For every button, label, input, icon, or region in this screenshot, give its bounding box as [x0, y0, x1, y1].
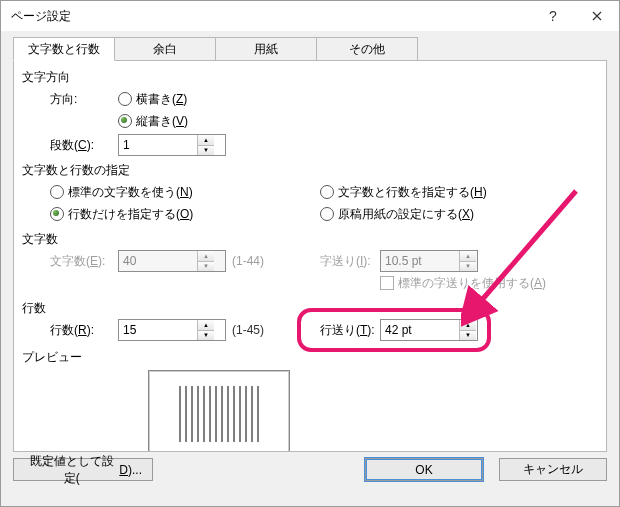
radio-lines-only-label: 行数だけを指定する(O) [68, 206, 193, 223]
direction-label: 方向: [50, 91, 118, 108]
checkbox-std-pitch [380, 276, 394, 290]
spinner-arrows[interactable]: ▲▼ [197, 135, 214, 155]
tab-content: 文字方向 方向: 横書き(Z) 縦書き(V) 段数(C): ▲▼ [13, 60, 607, 452]
radio-lines-only[interactable] [50, 207, 64, 221]
page-setup-dialog: ページ設定 ? 文字数と行数 余白 用紙 その他 文字方向 方向: 横書き(Z) [0, 0, 620, 507]
section-preview: プレビュー [22, 349, 598, 366]
line-count-label: 行数(R): [50, 322, 118, 339]
tab-paper[interactable]: 用紙 [215, 37, 317, 61]
columns-input[interactable] [119, 135, 197, 155]
set-as-default-button[interactable]: 既定値として設定(D)... [13, 458, 153, 481]
checkbox-std-pitch-label: 標準の字送りを使用する(A) [398, 275, 546, 292]
char-pitch-input [381, 251, 459, 271]
tab-other[interactable]: その他 [316, 37, 418, 61]
radio-vertical[interactable] [118, 114, 132, 128]
window-body: 文字数と行数 余白 用紙 その他 文字方向 方向: 横書き(Z) 縦書き(V) [1, 31, 619, 506]
help-button[interactable]: ? [531, 1, 575, 31]
columns-spinner[interactable]: ▲▼ [118, 134, 226, 156]
radio-std-chars[interactable] [50, 185, 64, 199]
window-title: ページ設定 [11, 8, 531, 25]
preview-pane [148, 370, 290, 452]
section-direction: 文字方向 [22, 69, 598, 86]
char-count-range: (1-44) [232, 254, 264, 268]
radio-horizontal[interactable] [118, 92, 132, 106]
line-count-input[interactable] [119, 320, 197, 340]
section-chars: 文字数 [22, 231, 598, 248]
char-count-spinner: ▲▼ [118, 250, 226, 272]
line-count-range: (1-45) [232, 323, 264, 337]
radio-horizontal-label: 横書き(Z) [136, 91, 187, 108]
tab-margins[interactable]: 余白 [114, 37, 216, 61]
char-count-label: 文字数(E): [50, 253, 118, 270]
radio-std-chars-label: 標準の文字数を使う(N) [68, 184, 193, 201]
char-count-input [119, 251, 197, 271]
radio-chars-and-lines-label: 文字数と行数を指定する(H) [338, 184, 487, 201]
radio-use-grid[interactable] [320, 207, 334, 221]
close-button[interactable] [575, 1, 619, 31]
radio-vertical-label: 縦書き(V) [136, 113, 188, 130]
section-spec: 文字数と行数の指定 [22, 162, 598, 179]
line-pitch-label: 行送り(T): [320, 322, 380, 339]
columns-label: 段数(C): [50, 137, 118, 154]
ok-button[interactable]: OK [365, 458, 483, 481]
close-icon [592, 11, 602, 21]
char-pitch-label: 字送り(I): [320, 253, 380, 270]
radio-use-grid-label: 原稿用紙の設定にする(X) [338, 206, 474, 223]
tabstrip: 文字数と行数 余白 用紙 その他 [13, 37, 607, 61]
line-pitch-spinner[interactable]: ▲▼ [380, 319, 478, 341]
cancel-button[interactable]: キャンセル [499, 458, 607, 481]
char-pitch-spinner: ▲▼ [380, 250, 478, 272]
line-count-spinner[interactable]: ▲▼ [118, 319, 226, 341]
tab-chars-lines[interactable]: 文字数と行数 [13, 37, 115, 61]
dialog-footer: 既定値として設定(D)... OK キャンセル [13, 458, 607, 481]
radio-chars-and-lines[interactable] [320, 185, 334, 199]
line-pitch-input[interactable] [381, 320, 459, 340]
section-lines: 行数 [22, 300, 598, 317]
titlebar: ページ設定 ? [1, 1, 619, 32]
